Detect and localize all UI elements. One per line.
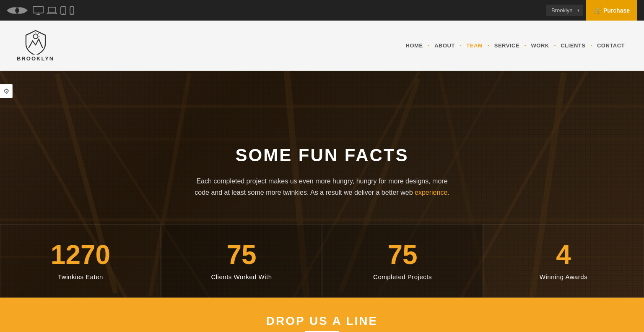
cta-title: DROP US A LINE (266, 314, 378, 328)
stat-projects-label: Completed Projects (331, 273, 474, 280)
nav-sep-3: • (488, 43, 489, 48)
top-bar-right: Brooklyn 🛒 Purchase (546, 0, 637, 21)
stats-grid: 1270 Twinkies Eaten 75 Clients Worked Wi… (0, 224, 644, 298)
nav-sep-2: • (460, 43, 462, 48)
gear-icon: ⚙ (3, 87, 9, 95)
hero-content: SOME FUN FACTS Each completed project ma… (178, 145, 466, 198)
nav-item-about[interactable]: ABOUT (432, 41, 457, 50)
stat-twinkies-label: Twinkies Eaten (9, 273, 152, 280)
logo-shield-icon (23, 29, 48, 55)
tablet-icon (60, 6, 66, 15)
hero-highlight: experience. (415, 189, 449, 196)
settings-widget[interactable]: ⚙ (0, 84, 13, 98)
logo-text: BROOKLYN (17, 55, 54, 62)
hero-description: Each completed project makes us even mor… (195, 175, 449, 198)
phone-icon (70, 6, 74, 15)
hero-desc-line2: code and at least some more twinkies. As… (195, 189, 413, 196)
nav-sep-5: • (554, 43, 556, 48)
stat-twinkies: 1270 Twinkies Eaten (0, 224, 161, 298)
purchase-button[interactable]: 🛒 Purchase (586, 0, 637, 21)
nav-sep-1: • (428, 43, 430, 48)
cta-section: DROP US A LINE (0, 298, 644, 332)
top-bar: Brooklyn 🛒 Purchase (0, 0, 644, 21)
hero-title: SOME FUN FACTS (195, 145, 449, 165)
svg-point-8 (33, 34, 38, 39)
laptop-icon (47, 6, 57, 15)
stat-projects-number: 75 (331, 241, 474, 268)
wing-logo-icon (7, 4, 28, 17)
nav-item-work[interactable]: WORK (529, 41, 552, 50)
theme-select[interactable]: Brooklyn (546, 5, 583, 16)
nav-item-clients[interactable]: CLIENTS (558, 41, 588, 50)
monitor-icon (33, 6, 44, 15)
svg-rect-0 (33, 6, 43, 13)
theme-select-wrapper[interactable]: Brooklyn (546, 5, 583, 16)
stat-projects: 75 Completed Projects (322, 224, 483, 298)
svg-rect-3 (48, 7, 56, 12)
stat-awards-label: Winning Awards (492, 273, 635, 280)
svg-point-7 (72, 13, 73, 14)
stat-clients-label: Clients Worked With (170, 273, 313, 280)
stat-clients: 75 Clients Worked With (161, 224, 322, 298)
stat-awards: 4 Winning Awards (483, 224, 644, 298)
device-icons (33, 6, 74, 15)
hero-section: SOME FUN FACTS Each completed project ma… (0, 71, 644, 298)
nav-item-home[interactable]: HOME (403, 41, 426, 50)
nav-item-service[interactable]: SERVICE (492, 41, 522, 50)
stat-clients-number: 75 (170, 241, 313, 268)
stat-twinkies-number: 1270 (9, 241, 152, 268)
site-header: BROOKLYN HOME • ABOUT • TEAM • SERVICE •… (0, 21, 644, 71)
hero-desc-line1: Each completed project makes us even mor… (196, 178, 447, 185)
purchase-label: Purchase (603, 7, 630, 14)
nav-sep-4: • (525, 43, 526, 48)
site-logo[interactable]: BROOKLYN (17, 29, 54, 62)
top-bar-left (7, 4, 74, 17)
nav-sep-6: • (590, 43, 592, 48)
svg-line-10 (38, 33, 39, 34)
nav-item-team[interactable]: TEAM (464, 41, 485, 50)
svg-point-5 (63, 13, 64, 14)
cart-icon: 🛒 (594, 7, 601, 14)
stat-awards-number: 4 (492, 241, 635, 268)
main-nav: HOME • ABOUT • TEAM • SERVICE • WORK • C… (403, 41, 627, 50)
nav-item-contact[interactable]: CONTACT (595, 41, 627, 50)
